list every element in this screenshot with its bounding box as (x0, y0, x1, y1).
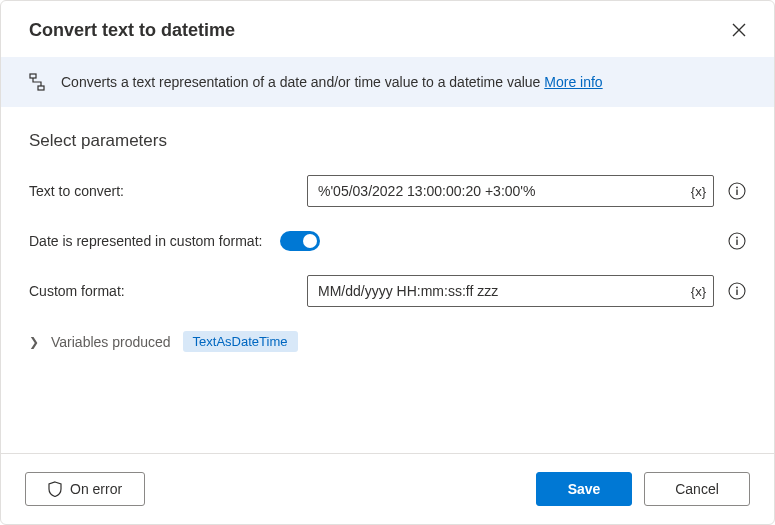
flow-action-icon (29, 73, 45, 91)
save-label: Save (568, 481, 601, 497)
label-custom-format-toggle: Date is represented in custom format: (29, 233, 262, 249)
svg-rect-10 (736, 290, 737, 296)
info-icon-custom-format[interactable] (728, 282, 746, 300)
close-button[interactable] (728, 19, 750, 41)
more-info-link[interactable]: More info (544, 74, 602, 90)
info-icon-text-to-convert[interactable] (728, 182, 746, 200)
on-error-button[interactable]: On error (25, 472, 145, 506)
info-icon (728, 182, 746, 200)
dialog-footer: On error Save Cancel (1, 453, 774, 524)
insert-variable-button[interactable]: {x} (691, 184, 706, 199)
svg-point-6 (736, 237, 738, 239)
dialog-header: Convert text to datetime (1, 1, 774, 57)
dialog-content: Select parameters Text to convert: {x} D… (1, 107, 774, 453)
input-wrap-custom-format: {x} (307, 275, 714, 307)
input-custom-format[interactable] (307, 275, 714, 307)
dialog-title: Convert text to datetime (29, 20, 235, 41)
on-error-label: On error (70, 481, 122, 497)
info-icon-custom-toggle[interactable] (728, 232, 746, 250)
section-title: Select parameters (29, 131, 746, 151)
info-banner-message: Converts a text representation of a date… (61, 74, 544, 90)
save-button[interactable]: Save (536, 472, 632, 506)
variable-chip[interactable]: TextAsDateTime (183, 331, 298, 352)
info-icon (728, 282, 746, 300)
row-text-to-convert: Text to convert: {x} (29, 175, 746, 207)
cancel-button[interactable]: Cancel (644, 472, 750, 506)
insert-variable-button-2[interactable]: {x} (691, 284, 706, 299)
row-custom-format: Custom format: {x} (29, 275, 746, 307)
input-text-to-convert[interactable] (307, 175, 714, 207)
info-banner-text: Converts a text representation of a date… (61, 74, 603, 90)
svg-rect-1 (38, 86, 44, 90)
toggle-custom-format[interactable] (280, 231, 320, 251)
label-custom-format: Custom format: (29, 283, 307, 299)
input-wrap-text-to-convert: {x} (307, 175, 714, 207)
cancel-label: Cancel (675, 481, 719, 497)
shield-icon (48, 481, 62, 497)
label-text-to-convert: Text to convert: (29, 183, 307, 199)
svg-rect-7 (736, 240, 737, 246)
row-custom-format-toggle: Date is represented in custom format: (29, 231, 746, 251)
variables-produced-label: Variables produced (51, 334, 171, 350)
svg-point-3 (736, 187, 738, 189)
info-banner: Converts a text representation of a date… (1, 57, 774, 107)
svg-rect-0 (30, 74, 36, 78)
close-icon (732, 23, 746, 37)
variables-produced-row: ❯ Variables produced TextAsDateTime (29, 331, 746, 352)
toggle-thumb (303, 234, 317, 248)
info-icon (728, 232, 746, 250)
svg-point-9 (736, 287, 738, 289)
svg-rect-4 (736, 190, 737, 196)
chevron-right-icon[interactable]: ❯ (29, 335, 39, 349)
